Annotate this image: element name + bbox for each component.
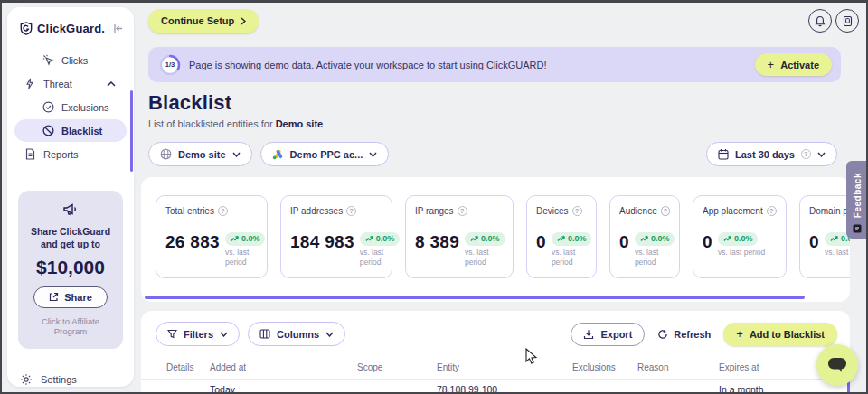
sidebar-item-clicks[interactable]: Clicks	[14, 49, 127, 71]
chevron-down-icon	[326, 332, 334, 337]
stat-vs: vs. last period	[360, 248, 383, 267]
site-select-value: Demo site	[178, 149, 226, 160]
cell-expires-at: In a month	[719, 384, 850, 394]
info-icon: ?	[458, 206, 467, 216]
stat-delta: 0.0%	[651, 234, 670, 244]
chevron-right-icon	[241, 17, 246, 25]
stat-label: Total entries	[165, 206, 214, 216]
column-header[interactable]: Details	[166, 362, 210, 372]
filters-button[interactable]: Filters	[156, 322, 240, 346]
subtitle-site: Demo site	[276, 118, 324, 129]
columns-icon	[259, 329, 270, 339]
notifications-button[interactable]	[808, 9, 832, 33]
click-cursor-icon	[42, 54, 54, 67]
nav-label: Exclusions	[61, 102, 109, 113]
google-ads-icon	[272, 149, 284, 160]
stat-value: 8 389	[415, 232, 459, 252]
info-icon: ?	[767, 206, 777, 216]
trend-badge: 0.0%	[635, 232, 675, 246]
share-button[interactable]: Share	[33, 286, 108, 308]
stat-delta: 0.0%	[568, 234, 587, 244]
stat-card-audience: Audience? 0 0.0%vs. last period	[609, 195, 680, 278]
demo-data-banner: 1/3 Page is showing demo data. Activate …	[148, 47, 841, 82]
progress-text: 1/3	[159, 54, 181, 76]
stat-vs: vs. last period	[465, 248, 488, 267]
trend-badge: 0.0%	[225, 232, 266, 246]
report-doc-icon	[24, 148, 36, 161]
promo-text: Share ClickGuard and get up to	[25, 225, 116, 250]
chevron-down-icon	[232, 152, 241, 157]
promo-caption: Click to Affiliate Program	[25, 316, 116, 336]
export-icon	[583, 329, 594, 340]
collapse-sidebar-icon[interactable]	[112, 23, 125, 35]
column-header[interactable]: Entity	[437, 362, 572, 372]
column-header[interactable]: Exclusions	[572, 362, 637, 372]
stat-vs: vs. last period	[552, 248, 575, 267]
sidebar-item-threat[interactable]: Threat	[14, 72, 127, 95]
continue-setup-button[interactable]: Continue Setup	[148, 9, 259, 33]
sidebar-item-exclusions[interactable]: Exclusions	[14, 96, 127, 118]
refresh-button[interactable]: Refresh	[657, 329, 711, 340]
stat-delta: 0.0%	[376, 234, 395, 244]
share-label: Share	[64, 292, 92, 303]
banner-message: Page is showing demo data. Activate your…	[189, 60, 755, 70]
ppc-account-select[interactable]: Demo PPC ac...	[260, 142, 390, 166]
affiliate-promo-card[interactable]: Share ClickGuard and get up to $10,000 S…	[18, 191, 123, 349]
stat-value: 184 983	[290, 232, 354, 252]
cards-horizontal-scrollbar[interactable]	[145, 296, 805, 299]
main-content: Continue Setup 1/3 Page is showing demo …	[141, 0, 868, 394]
trend-up-icon	[365, 236, 373, 242]
cell-added-at: Today	[210, 384, 357, 394]
threat-bolt-icon	[24, 78, 36, 90]
date-range-select[interactable]: Last 30 days ?	[706, 142, 837, 166]
chevron-down-icon	[220, 332, 228, 337]
sidebar-item-reports[interactable]: Reports	[14, 143, 127, 165]
sidebar-item-settings[interactable]: Settings	[7, 369, 134, 390]
stat-card-devices: Devices? 0 0.0%vs. last period	[526, 195, 597, 278]
block-icon	[42, 125, 54, 137]
scope-filter-row: Demo site Demo PPC ac... Last 30 days ?	[148, 142, 837, 166]
chevron-up-icon	[105, 78, 118, 90]
add-to-blacklist-button[interactable]: + Add to Blacklist	[723, 323, 837, 346]
stat-value: 0	[619, 232, 629, 252]
book-icon	[843, 15, 853, 27]
table-row[interactable]: Today 78.108.99.100 In a month	[141, 379, 850, 394]
info-icon: ?	[218, 206, 228, 216]
cell-entity: 78.108.99.100	[437, 384, 572, 394]
column-header[interactable]: Added at	[210, 362, 357, 372]
nav-label: Reports	[43, 149, 79, 160]
trend-up-icon	[231, 236, 239, 242]
chat-widget-button[interactable]	[816, 344, 858, 386]
sidebar-item-blacklist[interactable]: Blacklist	[14, 119, 127, 142]
column-header[interactable]: Reason	[637, 362, 719, 372]
chat-bubble-icon	[827, 357, 847, 373]
stat-cards: Total entries? 26 883 0.0%vs. last perio…	[141, 177, 850, 278]
info-icon: ?	[661, 206, 670, 216]
export-button[interactable]: Export	[571, 323, 645, 346]
trend-badge: 0.0%	[465, 232, 505, 246]
columns-button[interactable]: Columns	[248, 322, 345, 346]
table-controls: Filters Columns Export Refresh +	[141, 311, 850, 346]
nav-label: Blacklist	[61, 126, 102, 136]
continue-setup-label: Continue Setup	[161, 15, 234, 26]
stat-label: IP ranges	[415, 206, 454, 216]
feedback-icon	[853, 224, 862, 233]
docs-button[interactable]	[835, 9, 859, 33]
plus-icon: +	[736, 327, 743, 341]
stat-card-ip-addresses: IP addresses? 184 983 0.0%vs. last perio…	[280, 195, 392, 278]
stat-delta: 0.0%	[241, 234, 260, 244]
activate-button[interactable]: + Activate	[755, 53, 832, 76]
site-select[interactable]: Demo site	[148, 142, 252, 166]
promo-amount: $10,000	[25, 257, 116, 278]
sidebar-scrollbar[interactable]	[130, 90, 133, 172]
trend-up-icon	[640, 236, 648, 242]
clickguard-logo-icon	[20, 23, 33, 35]
ppc-account-value: Demo PPC ac...	[290, 149, 363, 160]
activate-label: Activate	[780, 60, 819, 70]
feedback-tab[interactable]: Feedback	[846, 161, 868, 239]
stat-delta: 0.0%	[481, 234, 500, 244]
column-header[interactable]: Scope	[357, 362, 437, 372]
feedback-label: Feedback	[853, 173, 863, 218]
stat-value: 0	[536, 232, 546, 252]
stat-card-total-entries: Total entries? 26 883 0.0%vs. last perio…	[156, 195, 268, 278]
